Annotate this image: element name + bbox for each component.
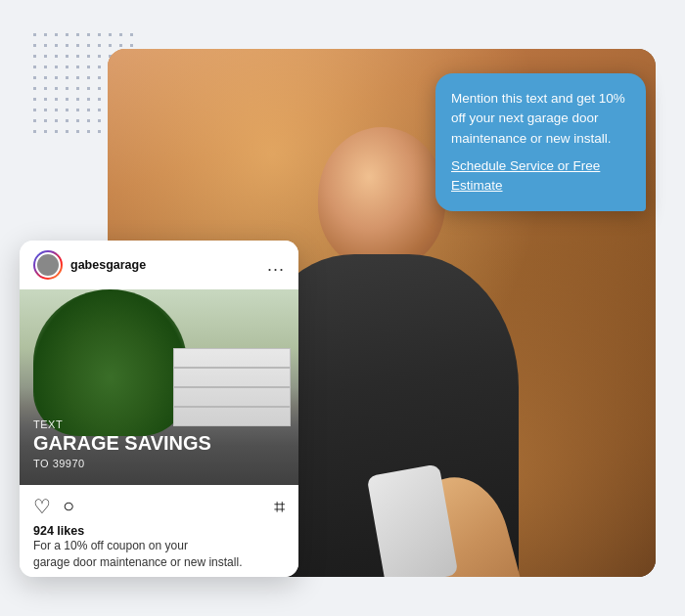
instagram-avatar: [33, 250, 63, 280]
instagram-actions: ♡ ○ ⌗: [33, 495, 285, 518]
instagram-footer: ♡ ○ ⌗ 924 likes For a 10% off coupon on …: [20, 485, 298, 577]
instagram-action-left: ♡ ○: [33, 495, 74, 518]
sms-link[interactable]: Schedule Service or Free Estimate: [451, 158, 600, 193]
bookmark-icon[interactable]: ⌗: [274, 496, 285, 518]
instagram-header: gabesgarage ...: [20, 241, 298, 289]
instagram-likes-count: 924 likes: [33, 524, 285, 538]
ig-text-to: TO 39970: [33, 458, 285, 469]
sms-message-text: Mention this text and get 10% off your n…: [451, 89, 630, 149]
like-icon[interactable]: ♡: [33, 495, 51, 518]
instagram-description-line1: For a 10% off coupon on your: [33, 539, 188, 552]
main-scene: Mention this text and get 10% off your n…: [20, 20, 665, 596]
instagram-options-icon[interactable]: ...: [267, 256, 285, 274]
instagram-post-image: TEXT GARAGE SAVINGS TO 39970: [20, 289, 298, 485]
person-head: [318, 127, 445, 269]
instagram-username[interactable]: gabesgarage: [70, 258, 146, 272]
instagram-avatar-wrap: gabesgarage: [33, 250, 146, 280]
avatar-image: [35, 252, 61, 278]
instagram-description: For a 10% off coupon on your garage door…: [33, 538, 285, 571]
instagram-text-overlay: TEXT GARAGE SAVINGS TO 39970: [20, 405, 298, 485]
ig-text-label: TEXT: [33, 418, 285, 430]
instagram-description-line2: garage door maintenance or new install.: [33, 555, 242, 569]
comment-icon[interactable]: ○: [63, 495, 74, 518]
ig-text-heading: GARAGE SAVINGS: [33, 432, 285, 454]
instagram-card: gabesgarage ... TEXT GARAGE SAVINGS TO 3…: [20, 241, 298, 577]
sms-bubble: Mention this text and get 10% off your n…: [435, 73, 646, 211]
